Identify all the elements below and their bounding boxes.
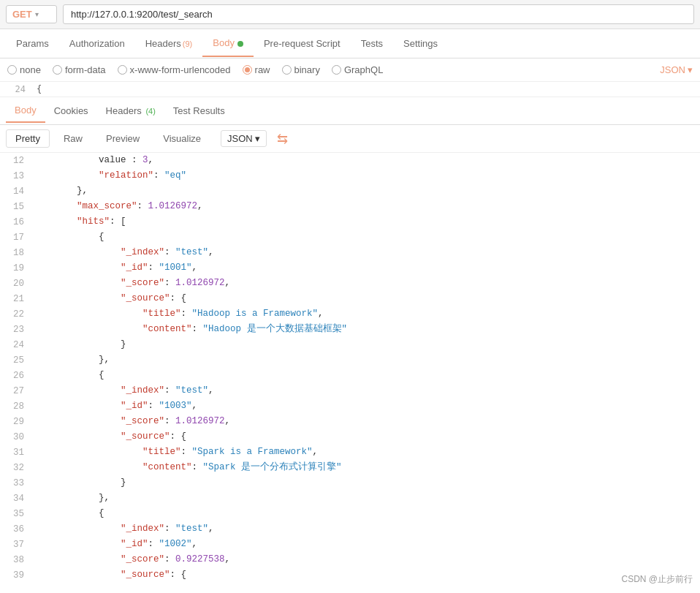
json-line: 13 "relation": "eq" [0,168,700,184]
json-line: 15 "max_score": 1.0126972, [0,199,700,214]
watermark: CSDN @止步前行 [621,573,693,586]
view-mode-bar: Pretty Raw Preview Visualize JSON ▾ ⇆ [0,125,700,153]
json-line: 24 } [0,337,700,352]
json-line: 14 }, [0,184,700,199]
body-type-row: none form-data x-www-form-urlencoded raw… [0,58,700,82]
tab-headers[interactable]: Headers(9) [135,31,203,56]
line-code: "_score": 1.0126972, [33,414,700,428]
radio-circle-graphql [332,65,341,75]
response-format-selector[interactable]: JSON ▾ [221,130,267,147]
line-code: "max_score": 1.0126972, [33,199,700,214]
chevron-down-icon: ▾ [688,64,693,75]
format-json-selector[interactable]: JSON ▾ [660,64,693,75]
json-line: 39 "_source": { [0,567,700,582]
line-code: } [33,337,700,352]
json-line: 29 "_score": 1.0126972, [0,414,700,429]
json-line: 32 "content": "Spark 是一个分布式计算引擎" [0,460,700,475]
line-number: 13 [0,168,33,184]
url-bar: GET ▾ [0,0,700,29]
line-number: 16 [0,214,33,230]
method-selector[interactable]: GET ▾ [6,5,57,23]
response-tab-test-results[interactable]: Test Results [164,99,234,122]
radio-raw[interactable]: raw [243,64,270,75]
json-line: 22 "title": "Hadoop is a Framework", [0,306,700,322]
line-code: "_index": "test", [33,383,700,398]
radio-none[interactable]: none [7,64,41,75]
line-code: "_id": "1001", [33,260,700,275]
json-line: 37 "_id": "1002", [0,537,700,552]
request-body-line: 24 { [0,82,700,97]
line-code: "content": "Spark 是一个分布式计算引擎" [33,460,700,475]
line-code: "_source": { [33,291,700,306]
view-btn-visualize[interactable]: Visualize [153,129,210,148]
response-tabs-row: Body Cookies Headers (4) Test Results [0,97,700,125]
line-number: 14 [0,184,33,199]
view-btn-raw[interactable]: Raw [54,129,92,148]
line-number: 30 [0,429,33,445]
line-number: 26 [0,368,33,383]
radio-form-data[interactable]: form-data [53,64,106,75]
line-code: "_id": "1003", [33,399,700,413]
view-btn-preview[interactable]: Preview [96,129,149,148]
tab-body[interactable]: Body [202,30,254,57]
json-line: 30 "_source": { [0,429,700,445]
response-tab-body[interactable]: Body [6,99,45,123]
json-content: 12 value : 3,13 "relation": "eq"14 },15 … [0,153,700,582]
view-btn-pretty[interactable]: Pretty [6,129,50,148]
json-line: 33 } [0,475,700,491]
line-code: "_id": "1002", [33,537,700,551]
line-number: 36 [0,521,33,537]
line-code: "title": "Spark is a Framework", [33,445,700,459]
line-code: { [33,506,700,521]
radio-circle-none [7,65,17,75]
line-code: "relation": "eq" [33,168,700,183]
response-tab-cookies[interactable]: Cookies [45,99,97,122]
json-line: 19 "_id": "1001", [0,260,700,276]
tab-params[interactable]: Params [6,31,59,56]
line-number: 20 [0,276,33,291]
radio-urlencoded[interactable]: x-www-form-urlencoded [118,64,231,75]
line-code: "_source": { [33,567,700,582]
radio-circle-raw [243,65,252,75]
radio-circle-binary [282,65,292,75]
line-number: 38 [0,552,33,567]
tab-pre-request[interactable]: Pre-request Script [254,31,351,56]
json-line: 20 "_score": 1.0126972, [0,276,700,291]
line-code: "title": "Hadoop is a Framework", [33,306,700,321]
json-line: 12 value : 3, [0,153,700,168]
line-code: value : 3, [33,153,700,167]
line-number: 17 [0,230,33,245]
line-number: 35 [0,506,33,521]
request-tabs-row: Params Authorization Headers(9) Body Pre… [0,29,700,58]
line-number: 31 [0,445,33,460]
tab-settings[interactable]: Settings [393,31,448,56]
json-line: 38 "_score": 0.9227538, [0,552,700,567]
radio-binary[interactable]: binary [282,64,320,75]
json-line: 28 "_id": "1003", [0,399,700,414]
line-code: "_index": "test", [33,521,700,536]
tab-tests[interactable]: Tests [351,31,393,56]
json-line: 27 "_index": "test", [0,383,700,399]
radio-circle-form-data [53,65,62,75]
line-number: 24 [0,337,33,352]
tab-authorization[interactable]: Authorization [59,31,135,56]
chevron-down-icon: ▾ [35,10,39,18]
url-input[interactable] [63,4,694,24]
response-tab-headers[interactable]: Headers (4) [97,99,164,122]
line-number: 25 [0,352,33,368]
line-code: { [33,368,700,382]
json-line: 26 { [0,368,700,383]
method-text: GET [12,9,32,20]
radio-graphql[interactable]: GraphQL [332,64,383,75]
line-code: }, [33,352,700,367]
json-line: 34 }, [0,491,700,506]
line-number: 23 [0,322,33,337]
line-code: "_source": { [33,429,700,444]
line-code: }, [33,184,700,198]
line-number: 33 [0,475,33,491]
line-number: 27 [0,383,33,399]
line-number: 15 [0,199,33,214]
chevron-down-icon: ▾ [255,133,260,144]
wrap-icon[interactable]: ⇆ [277,131,288,147]
line-code: "_score": 1.0126972, [33,276,700,290]
